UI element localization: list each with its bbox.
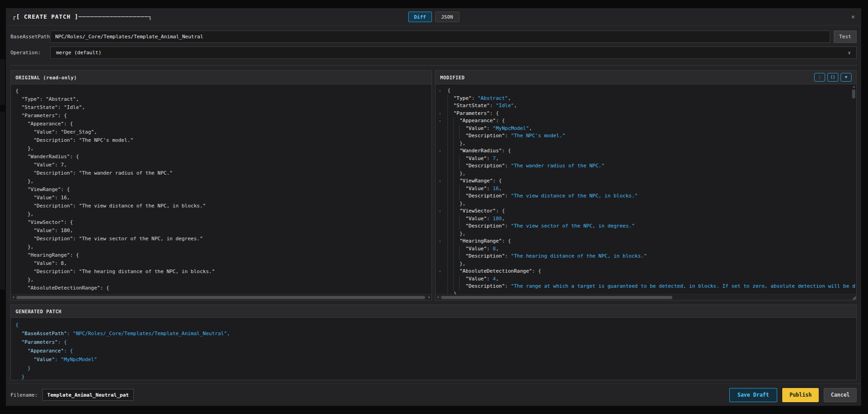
cancel-button[interactable]: Cancel xyxy=(824,388,857,402)
tab-json[interactable]: JSON xyxy=(435,11,459,22)
test-button[interactable]: Test xyxy=(834,31,857,43)
base-asset-path-input[interactable] xyxy=(50,31,830,43)
code-line: "Type": "Abstract", xyxy=(436,95,856,103)
indent-guide xyxy=(447,230,453,238)
fold-arrow-icon[interactable]: ▾ xyxy=(436,238,447,245)
code-line: "Value": 8, xyxy=(436,245,856,253)
generated-patch-title: GENERATED PATCH xyxy=(16,309,62,314)
indent-guide xyxy=(447,110,453,118)
code-line: "ViewRange": { xyxy=(11,186,431,194)
gutter xyxy=(436,185,447,193)
publish-button[interactable]: Publish xyxy=(782,388,819,402)
indent-guide xyxy=(453,117,459,125)
code-line: "Description": "The wander radius of the… xyxy=(11,169,431,177)
indent-guide xyxy=(453,275,459,283)
indent-guide xyxy=(447,207,453,215)
indent-guide xyxy=(453,177,459,185)
code-line: ▾ "Parameters": { xyxy=(436,110,856,118)
fold-arrow-icon[interactable]: ▾ xyxy=(436,117,447,125)
operation-label: Operation: xyxy=(10,50,50,56)
code-line: ▾ "AbsoluteDetectionRange": { xyxy=(436,268,856,275)
fold-arrow-icon[interactable]: ▾ xyxy=(436,207,447,215)
code-line: ▾{ xyxy=(436,87,856,95)
indent-guide xyxy=(447,283,453,290)
code-line: ▾ "Appearance": { xyxy=(436,117,856,125)
modified-code[interactable]: ▾{ "Type": "Abstract", "StartState": "Id… xyxy=(436,84,856,294)
code-line: { xyxy=(11,321,856,329)
resize-grip-icon[interactable] xyxy=(852,296,856,300)
indent-guide xyxy=(459,245,465,253)
code-line: }, xyxy=(436,200,856,208)
code-line: "Parameters": { xyxy=(11,112,431,120)
operation-select[interactable]: merge (default) ∨ xyxy=(50,47,857,59)
modal-footer: Filename: Save Draft Publish Cancel xyxy=(6,383,861,406)
gutter xyxy=(436,102,447,110)
fold-arrow-icon[interactable]: ▾ xyxy=(436,268,447,275)
gutter xyxy=(436,95,447,103)
save-draft-button[interactable]: Save Draft xyxy=(729,388,777,402)
indent-guide xyxy=(447,223,453,230)
scroll-up-icon[interactable] xyxy=(852,86,855,88)
code-line: }, xyxy=(436,230,856,238)
indent-guide xyxy=(447,260,453,268)
indent-guide xyxy=(447,268,453,275)
modal-header: ┌[ CREATE PATCH ]──────────────────┐ Dif… xyxy=(6,8,861,26)
close-icon[interactable]: ✕ xyxy=(851,13,855,20)
indent-guide xyxy=(447,140,453,148)
scrollbar-thumb[interactable] xyxy=(852,89,855,98)
code-line: "Value": 180, xyxy=(436,215,856,223)
fold-arrow-icon[interactable]: ▾ xyxy=(436,147,447,155)
code-line: "Value": "MyNpcModel" xyxy=(11,355,856,364)
original-code[interactable]: { "Type": "Abstract", "StartState": "Idl… xyxy=(11,84,431,294)
fold-arrow-icon[interactable]: ▾ xyxy=(436,87,447,95)
tab-diff[interactable]: Diff xyxy=(408,11,432,22)
filename-input[interactable] xyxy=(42,389,134,401)
modified-pane-title: MODIFIED xyxy=(440,75,465,80)
indent-guide xyxy=(459,125,465,133)
scrollbar-thumb[interactable] xyxy=(441,296,672,299)
code-line: }, xyxy=(436,170,856,178)
view-toggle: Diff JSON xyxy=(408,11,459,22)
code-line: ▾ "ViewRange": { xyxy=(436,177,856,185)
scrollbar-thumb[interactable] xyxy=(16,296,425,299)
base-asset-path-row: BaseAssetPath: Test xyxy=(10,31,857,43)
code-line: }, xyxy=(436,140,856,148)
original-pane-title: ORIGINAL (read-only) xyxy=(16,75,77,80)
original-horizontal-scrollbar[interactable] xyxy=(11,294,431,300)
indent-guide xyxy=(459,155,465,163)
code-line: "AbsoluteDetectionRange": { xyxy=(11,284,431,292)
code-line: } xyxy=(11,364,856,373)
braces-icon[interactable]: {} xyxy=(827,73,838,82)
gutter xyxy=(436,260,447,268)
indent-guide xyxy=(447,147,453,155)
indent-guide xyxy=(447,125,453,133)
indent-guide xyxy=(453,260,459,268)
indent-guide xyxy=(447,155,453,163)
code-line: "Description": "The view sector of the N… xyxy=(11,235,431,243)
collapse-all-icon[interactable]: ▼ xyxy=(841,73,852,82)
gutter xyxy=(436,230,447,238)
scroll-left-icon[interactable] xyxy=(437,296,439,299)
background-panel xyxy=(0,112,5,290)
scroll-right-icon[interactable] xyxy=(428,296,430,299)
indent-guide xyxy=(447,170,453,178)
fold-arrow-icon[interactable]: ▾ xyxy=(436,110,447,118)
gutter xyxy=(436,253,447,260)
filename-label: Filename: xyxy=(10,392,38,398)
modified-pane: MODIFIED ⋮ {} ▼ ▾{ "Type": "Abstract", "… xyxy=(435,70,857,300)
indent-guide xyxy=(453,200,459,208)
code-line: "Value": "MyNpcModel", xyxy=(436,125,856,133)
generated-patch-code: { "BaseAssetPath": "NPC/Roles/_Core/Temp… xyxy=(11,318,856,380)
modified-vertical-scrollbar[interactable] xyxy=(852,85,856,294)
code-line: }, xyxy=(436,290,856,295)
scroll-left-icon[interactable] xyxy=(12,296,14,299)
indent-guide xyxy=(459,215,465,223)
create-patch-modal: ┌[ CREATE PATCH ]──────────────────┐ Dif… xyxy=(6,8,861,406)
indent-guide xyxy=(459,275,465,283)
code-line: ▾ "HearingRange": { xyxy=(436,238,856,245)
modified-horizontal-scrollbar[interactable] xyxy=(436,294,856,300)
indent-guide xyxy=(447,215,453,223)
gutter xyxy=(436,192,447,200)
overflow-menu-icon[interactable]: ⋮ xyxy=(814,73,825,82)
fold-arrow-icon[interactable]: ▾ xyxy=(436,177,447,185)
